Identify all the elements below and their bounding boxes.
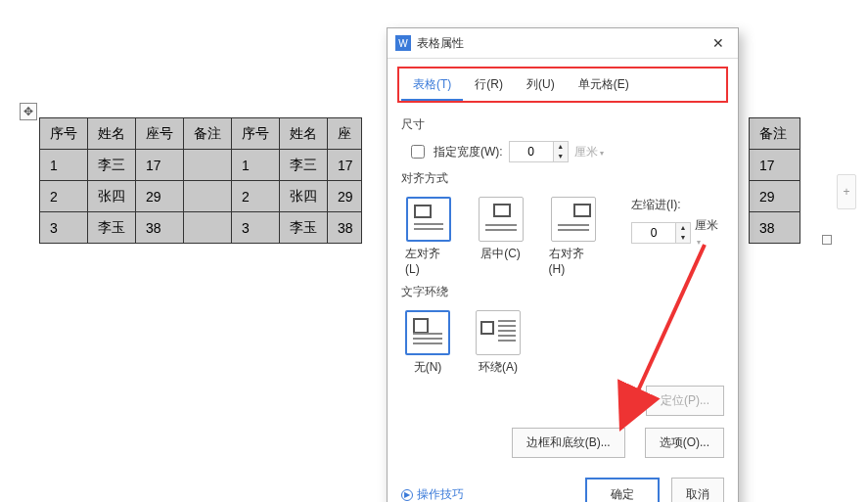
col-header: 座号	[136, 118, 184, 150]
tab-table[interactable]: 表格(T)	[401, 70, 463, 101]
border-shading-button[interactable]: 边框和底纹(B)...	[512, 428, 625, 458]
side-add-button[interactable]: +	[837, 174, 856, 209]
align-center-option[interactable]	[479, 197, 524, 242]
app-icon: W	[395, 35, 411, 51]
wrap-none-label: 无(N)	[414, 359, 442, 376]
options-button[interactable]: 选项(O)...	[645, 428, 724, 458]
background-table: 序号 姓名 座号 备注 序号 姓名 座 1李三171李三17 2张四292张四2…	[39, 117, 362, 244]
table-properties-dialog: W 表格属性 ✕ 表格(T) 行(R) 列(U) 单元格(E) 尺寸 指定宽度(…	[387, 27, 739, 502]
width-input[interactable]	[510, 142, 553, 161]
tab-row[interactable]: 行(R)	[463, 70, 515, 101]
align-left-label: 左对齐(L)	[405, 246, 453, 276]
position-button: 定位(P)...	[646, 386, 724, 416]
size-group-label: 尺寸	[401, 113, 724, 137]
table-row: 3李玉383李玉38	[40, 212, 362, 244]
table-resize-handle[interactable]	[822, 235, 832, 245]
indent-unit[interactable]: 厘米▾	[695, 217, 720, 248]
spin-down-icon[interactable]: ▼	[554, 152, 568, 161]
tab-column[interactable]: 列(U)	[515, 70, 567, 101]
table-move-handle[interactable]	[20, 103, 37, 120]
indent-spinner[interactable]: ▲▼	[631, 222, 691, 244]
tips-link[interactable]: ▶ 操作技巧	[401, 486, 464, 502]
align-left-option[interactable]	[406, 197, 451, 242]
width-unit[interactable]: 厘米▾	[574, 144, 604, 160]
indent-input[interactable]	[632, 223, 675, 243]
col-header: 备注	[184, 118, 232, 150]
wrap-group-label: 文字环绕	[401, 280, 724, 304]
wrap-around-label: 环绕(A)	[479, 359, 518, 376]
specify-width-checkbox[interactable]	[411, 145, 425, 159]
dialog-title: 表格属性	[417, 35, 707, 52]
col-header: 序号	[232, 118, 280, 150]
table-header-row: 序号 姓名 座号 备注 序号 姓名 座	[40, 118, 362, 150]
col-header: 序号	[40, 118, 88, 150]
alignment-group-label: 对齐方式	[401, 166, 724, 191]
ok-button[interactable]: 确定	[585, 478, 660, 502]
col-header: 座	[328, 118, 362, 150]
specify-width-label: 指定宽度(W):	[434, 144, 503, 160]
spin-up-icon[interactable]: ▲	[676, 223, 690, 233]
table-row: 1李三171李三17	[40, 150, 362, 181]
tab-cell[interactable]: 单元格(E)	[567, 70, 641, 101]
close-icon[interactable]: ✕	[707, 34, 730, 52]
spin-down-icon[interactable]: ▼	[676, 233, 690, 243]
align-right-label: 右对齐(H)	[549, 246, 598, 276]
wrap-none-option[interactable]	[405, 310, 450, 355]
tab-bar: 表格(T) 行(R) 列(U) 单元格(E)	[397, 67, 728, 103]
col-header: 姓名	[88, 118, 136, 150]
titlebar: W 表格属性 ✕	[388, 28, 738, 59]
col-header: 姓名	[280, 118, 328, 150]
indent-label: 左缩进(I):	[631, 197, 720, 213]
table-row: 2张四292张四29	[40, 181, 362, 212]
cancel-button[interactable]: 取消	[671, 478, 724, 502]
align-center-label: 居中(C)	[480, 246, 521, 262]
col-header: 备注	[750, 118, 800, 150]
table-right-fragment: 备注 17 29 38	[749, 117, 800, 244]
play-icon: ▶	[401, 489, 413, 501]
width-spinner[interactable]: ▲▼	[509, 141, 569, 162]
wrap-around-option[interactable]	[476, 310, 521, 355]
spin-up-icon[interactable]: ▲	[554, 142, 568, 152]
align-right-option[interactable]	[551, 197, 596, 242]
